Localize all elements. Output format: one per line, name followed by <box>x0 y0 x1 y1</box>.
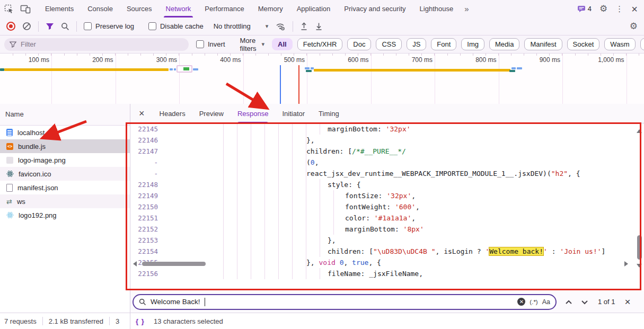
preserve-log-checkbox[interactable]: Preserve log <box>84 22 134 30</box>
previous-match-icon[interactable] <box>565 297 572 307</box>
scroll-down-icon[interactable] <box>637 264 642 268</box>
settings-gear-icon[interactable]: ⚙ <box>599 5 607 13</box>
invert-checkbox[interactable]: Invert <box>196 40 225 48</box>
regex-toggle[interactable]: (.*) <box>530 299 537 305</box>
devtools-tab-performance[interactable]: Performance <box>198 0 251 17</box>
disable-cache-checkbox[interactable]: Disable cache <box>148 22 204 30</box>
throttling-select[interactable]: No throttling ▾ <box>214 22 269 30</box>
import-har-icon[interactable] <box>300 22 308 31</box>
horizontal-scrollbar[interactable] <box>131 260 630 268</box>
close-devtools-icon[interactable]: × <box>631 5 638 13</box>
devtools-tab-network[interactable]: Network <box>159 0 198 17</box>
clear-network-log-icon[interactable] <box>22 22 31 31</box>
clear-search-icon[interactable]: ✕ <box>517 298 525 306</box>
time-tick-label: 500 ms <box>246 56 305 64</box>
devtools-tab-application[interactable]: Application <box>290 0 338 17</box>
devtools-tab-memory[interactable]: Memory <box>251 0 290 17</box>
detail-tab-timing[interactable]: Timing <box>319 104 339 123</box>
scroll-left-icon[interactable] <box>133 261 137 266</box>
issues-counter[interactable]: 4 <box>577 5 592 13</box>
filter-type-img[interactable]: Img <box>461 38 484 50</box>
detail-tab-preview[interactable]: Preview <box>199 104 224 123</box>
issues-icon <box>577 5 586 13</box>
image-faded-icon <box>6 157 13 164</box>
code-line: 22151color: '#1a1a1a', <box>130 212 634 224</box>
network-settings-gear-icon[interactable]: ⚙ <box>630 22 644 31</box>
devtools-tab-privacy-and-security[interactable]: Privacy and security <box>337 0 412 17</box>
device-toolbar-icon[interactable] <box>20 4 31 14</box>
network-conditions-icon[interactable] <box>275 22 286 31</box>
search-icon <box>139 298 146 306</box>
filter-type-css[interactable]: CSS <box>376 38 402 50</box>
filter-type-font[interactable]: Font <box>431 38 456 50</box>
detail-tab-response[interactable]: Response <box>237 104 269 123</box>
divider <box>38 21 39 32</box>
indent-guides <box>223 190 345 201</box>
more-filters-button[interactable]: More filters ▾ <box>240 37 265 52</box>
filter-type-wasm[interactable]: Wasm <box>604 38 635 50</box>
filter-type-socket[interactable]: Socket <box>567 38 600 50</box>
kebab-menu-icon[interactable]: ⋮ <box>615 5 623 13</box>
name-column-header[interactable]: Name <box>0 104 130 126</box>
scrollbar-thumb[interactable] <box>637 235 642 260</box>
time-tick-label: 600 ms <box>311 56 369 64</box>
gridline <box>51 54 52 104</box>
gridline <box>116 54 116 104</box>
next-match-icon[interactable] <box>581 297 588 307</box>
devtools-tab-console[interactable]: Console <box>81 0 120 17</box>
checkbox-box[interactable] <box>84 22 92 30</box>
export-har-icon[interactable] <box>315 22 323 31</box>
close-detail-icon[interactable]: × <box>139 109 145 118</box>
devtools-tab-elements[interactable]: Elements <box>38 0 81 17</box>
panel-divider[interactable] <box>130 104 130 329</box>
filter-type-other[interactable]: Other <box>640 38 644 50</box>
minor-tick <box>217 54 218 56</box>
code-text: fontSize: '32px', <box>345 190 416 201</box>
divider <box>293 21 293 32</box>
scroll-up-icon[interactable] <box>637 129 642 133</box>
filter-type-all[interactable]: All <box>272 38 293 50</box>
more-tabs-icon[interactable]: » <box>460 0 473 17</box>
request-row-manifest-json[interactable]: manifest.json <box>0 181 130 194</box>
minor-tick <box>511 54 511 56</box>
filter-type-media[interactable]: Media <box>489 38 519 50</box>
filter-type-manifest[interactable]: Manifest <box>524 38 562 50</box>
filter-toggle-icon[interactable] <box>46 23 54 30</box>
network-overview-timeline[interactable]: 100 ms200 ms300 ms400 ms500 ms600 ms700 … <box>0 54 644 104</box>
request-row-logo192-png[interactable]: logo192.png <box>0 208 130 222</box>
time-tick-label: 300 ms <box>119 56 177 64</box>
record-network-log-icon[interactable] <box>6 22 15 31</box>
request-row-ws[interactable]: ⇄ws <box>0 194 130 208</box>
detail-tab-initiator[interactable]: Initiator <box>282 104 305 123</box>
match-case-toggle[interactable]: Aa <box>542 298 550 306</box>
filter-type-js[interactable]: JS <box>407 38 426 50</box>
request-row-logo-image-png[interactable]: logo-image.png <box>0 153 130 167</box>
filter-input[interactable]: Filter <box>4 38 189 51</box>
line-number: 22154 <box>130 246 158 257</box>
request-row-favicon-ico[interactable]: favicon.ico <box>0 167 130 181</box>
request-detail-pane: × HeadersPreviewResponseInitiatorTiming … <box>130 104 644 313</box>
filter-type-fetch-xhr[interactable]: Fetch/XHR <box>297 38 343 50</box>
request-row-bundle-js[interactable]: <>bundle.js <box>0 139 130 153</box>
detail-tab-headers[interactable]: Headers <box>160 104 186 123</box>
vertical-scrollbar[interactable] <box>637 125 642 273</box>
inspect-element-icon[interactable] <box>4 4 14 14</box>
minor-tick <box>601 54 601 56</box>
search-network-icon[interactable] <box>61 22 69 31</box>
devtools-tab-lighthouse[interactable]: Lighthouse <box>413 0 461 17</box>
find-input[interactable]: Welcome Back! ✕ (.*) Aa <box>133 294 557 310</box>
request-row-localhost[interactable]: localhost <box>0 126 130 139</box>
scroll-right-icon[interactable] <box>624 261 628 266</box>
checkbox-box[interactable] <box>148 22 156 30</box>
line-number: 22150 <box>130 201 158 212</box>
format-icon[interactable]: { } <box>136 317 145 325</box>
minor-tick <box>90 54 90 56</box>
close-find-bar-icon[interactable]: × <box>625 296 631 308</box>
scrollbar-thumb[interactable] <box>142 262 206 266</box>
waterfall-bar <box>517 67 522 69</box>
code-text: fileName: _jsxFileName, <box>328 268 423 279</box>
gridline <box>435 54 435 104</box>
checkbox-box[interactable] <box>196 40 204 48</box>
devtools-tab-sources[interactable]: Sources <box>120 0 159 17</box>
filter-type-doc[interactable]: Doc <box>347 38 371 50</box>
